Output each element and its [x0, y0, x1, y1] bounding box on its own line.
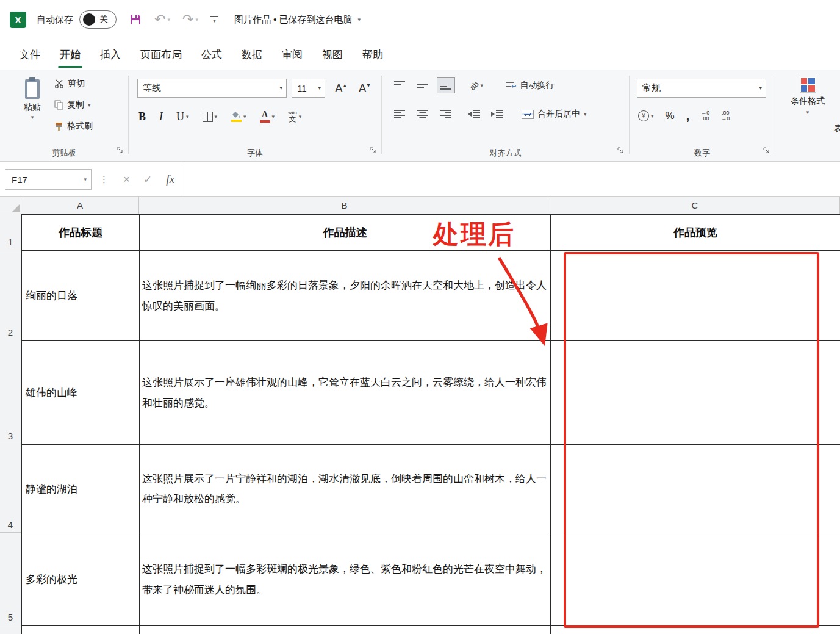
align-right-button[interactable]: [437, 106, 455, 122]
cell-C5[interactable]: [551, 533, 840, 626]
align-left-button[interactable]: [390, 106, 409, 122]
copy-button[interactable]: 复制 ▾: [52, 97, 95, 113]
name-box[interactable]: F17 ▾: [5, 169, 92, 190]
row-header-1[interactable]: 1: [0, 214, 21, 250]
tab-view[interactable]: 视图: [312, 39, 353, 70]
row-header-3[interactable]: 3: [0, 340, 21, 444]
tab-formulas[interactable]: 公式: [192, 39, 232, 70]
cell-C1[interactable]: 作品预览: [551, 215, 840, 251]
cell-B2[interactable]: 这张照片捕捉到了一幅绚丽多彩的日落景象，夕阳的余晖洒在天空和大地上，创造出令人惊…: [140, 251, 551, 341]
customize-toolbar-button[interactable]: ▾: [210, 16, 218, 24]
grow-font-button[interactable]: A ▴: [335, 82, 346, 95]
tab-review[interactable]: 审阅: [272, 39, 312, 70]
underline-button[interactable]: U ▾: [176, 110, 189, 123]
cell-B4[interactable]: 这张照片展示了一片宁静祥和的湖泊，湖水清澈见底，倒映着周围的山峦和树木，给人一种…: [140, 445, 551, 533]
merge-center-icon: [522, 110, 534, 119]
format-painter-button[interactable]: 格式刷: [52, 118, 95, 134]
row-header-4[interactable]: 4: [0, 444, 21, 533]
decrease-decimal-button[interactable]: .00 →0: [721, 110, 730, 121]
document-title[interactable]: 图片作品 • 已保存到这台电脑 ▾: [234, 14, 361, 26]
cell-C6[interactable]: [551, 626, 840, 634]
enter-button[interactable]: ✓: [143, 173, 152, 186]
orientation-button[interactable]: ab ▾: [470, 81, 483, 90]
font-size-select[interactable]: 11 ▾: [292, 79, 325, 98]
titlebar: X 自动保存 关 ↶ ▾ ↷ ▾ ▾ 图片作品 • 已保存到这台电脑: [0, 0, 840, 39]
paste-button[interactable]: 粘贴 ▾: [15, 77, 50, 120]
increase-indent-button[interactable]: [488, 106, 506, 122]
cancel-button[interactable]: ×: [123, 173, 130, 186]
comma-style-button[interactable]: ,: [686, 112, 690, 120]
percent-style-button[interactable]: %: [666, 110, 675, 122]
borders-button[interactable]: ▾: [203, 112, 218, 122]
cell-A6[interactable]: [22, 626, 140, 634]
clipboard-dialog-launcher[interactable]: [117, 145, 123, 156]
paint-bucket-icon: [231, 111, 242, 118]
tab-insert[interactable]: 插入: [90, 39, 131, 70]
select-all-corner[interactable]: [0, 197, 21, 214]
chevron-down-icon[interactable]: ▾: [167, 17, 170, 23]
number-format-select[interactable]: 常规 ▾: [637, 79, 766, 98]
cell-C3[interactable]: [551, 341, 840, 445]
font-color-button[interactable]: A ▾: [260, 110, 275, 123]
align-bottom-button[interactable]: [437, 77, 455, 93]
cell-A2[interactable]: 绚丽的日落: [22, 251, 140, 341]
tab-help[interactable]: 帮助: [353, 39, 393, 70]
cell-A3[interactable]: 雄伟的山峰: [22, 341, 140, 445]
undo-button[interactable]: ↶ ▾: [154, 13, 170, 26]
tab-file[interactable]: 文件: [10, 39, 50, 70]
fill-color-button[interactable]: ▾: [231, 111, 246, 122]
row-header-2[interactable]: 2: [0, 250, 21, 340]
column-header-B[interactable]: B: [139, 197, 550, 214]
cell-B1[interactable]: 作品描述: [140, 215, 551, 251]
chevron-down-icon: ▾: [480, 83, 483, 88]
cell-A5[interactable]: 多彩的极光: [22, 533, 140, 626]
row-header-6[interactable]: [0, 625, 21, 634]
row-header-5[interactable]: 5: [0, 533, 21, 625]
font-name-select[interactable]: 等线 ▾: [137, 79, 287, 98]
increase-decimal-button[interactable]: ←0 .00: [701, 110, 709, 121]
autosave-toggle[interactable]: 关: [79, 10, 117, 29]
cell-B5[interactable]: 这张照片捕捉到了一幅多彩斑斓的极光景象，绿色、紫色和粉红色的光芒在夜空中舞动，带…: [140, 533, 551, 626]
font-dialog-launcher[interactable]: [370, 145, 376, 156]
align-middle-button[interactable]: [414, 77, 432, 93]
excel-logo-icon: X: [10, 12, 26, 28]
tab-data[interactable]: 数据: [232, 39, 272, 70]
format-as-table-partial-label[interactable]: 表: [834, 123, 840, 134]
align-middle-icon: [417, 81, 428, 90]
italic-button[interactable]: I: [159, 110, 163, 123]
cell-A4[interactable]: 静谧的湖泊: [22, 445, 140, 533]
tab-home[interactable]: 开始: [50, 39, 90, 70]
formula-bar-separator-icon: ⋮: [99, 174, 109, 185]
formula-input[interactable]: [182, 162, 840, 196]
cell-C2[interactable]: [551, 251, 840, 341]
cell-B3[interactable]: 这张照片展示了一座雄伟壮观的山峰，它耸立在蓝天白云之间，云雾缭绕，给人一种宏伟和…: [140, 341, 551, 445]
cell-B6[interactable]: [140, 626, 551, 634]
clipboard-group-label: 剪贴板: [0, 148, 128, 159]
conditional-formatting-button[interactable]: 条件格式 ▾: [789, 77, 827, 115]
wrap-text-button[interactable]: ↩ 自动换行: [504, 77, 556, 93]
align-top-button[interactable]: [390, 77, 409, 93]
shrink-font-button[interactable]: A ▾: [359, 82, 370, 95]
phonetic-guide-button[interactable]: wén 文 ▾: [288, 110, 301, 123]
tab-page-layout[interactable]: 页面布局: [131, 39, 192, 70]
font-color-bar: [260, 120, 270, 123]
insert-function-button[interactable]: fx: [166, 173, 174, 186]
redo-button[interactable]: ↷ ▾: [182, 13, 198, 26]
paste-label: 粘贴: [24, 102, 41, 113]
number-dialog-launcher[interactable]: [763, 145, 770, 156]
align-center-button[interactable]: [414, 106, 432, 122]
cell-A1[interactable]: 作品标题: [22, 215, 140, 251]
bold-button[interactable]: B: [138, 110, 146, 123]
column-header-C[interactable]: C: [550, 197, 840, 214]
save-button[interactable]: [129, 13, 142, 26]
number-group-label: 数字: [630, 148, 775, 159]
cut-button[interactable]: 剪切: [52, 76, 95, 92]
alignment-dialog-launcher[interactable]: [617, 145, 624, 156]
increase-indent-icon: [491, 109, 503, 119]
merge-center-button[interactable]: 合并后居中 ▾: [520, 106, 589, 122]
decrease-indent-button[interactable]: [465, 106, 483, 122]
chevron-down-icon[interactable]: ▾: [195, 17, 198, 23]
column-header-A[interactable]: A: [21, 197, 139, 214]
accounting-format-button[interactable]: ¥ ▾: [638, 110, 654, 121]
cell-C4[interactable]: [551, 445, 840, 533]
